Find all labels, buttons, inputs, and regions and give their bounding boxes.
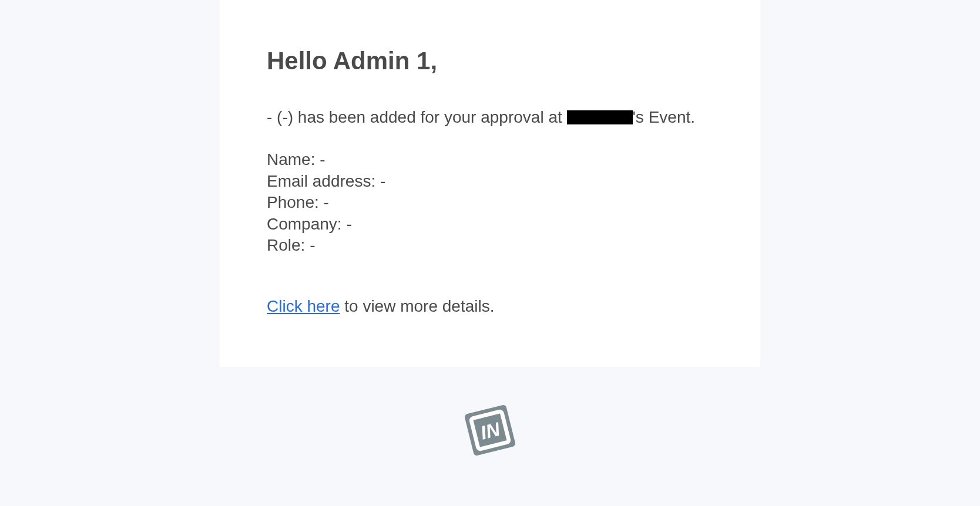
field-company: Company: - (267, 214, 713, 235)
phone-value: - (324, 193, 329, 211)
company-label: Company: (267, 215, 346, 233)
cta-line: Click here to view more details. (267, 297, 713, 316)
details-fields: Name: - Email address: - Phone: - Compan… (267, 149, 713, 256)
name-value: - (320, 150, 325, 168)
view-details-link[interactable]: Click here (267, 297, 340, 315)
greeting-heading: Hello Admin 1, (267, 47, 713, 75)
role-value: - (310, 236, 315, 254)
field-phone: Phone: - (267, 192, 713, 213)
approval-notice: - (-) has been added for your approval a… (267, 107, 713, 128)
approval-suffix: 's Event. (633, 108, 696, 126)
phone-label: Phone: (267, 193, 324, 211)
email-card: Hello Admin 1, - (-) has been added for … (220, 0, 760, 367)
email-label: Email address: (267, 172, 380, 190)
redacted-name (567, 110, 633, 124)
approval-prefix: - (-) has been added for your approval a… (267, 108, 567, 126)
field-email: Email address: - (267, 171, 713, 192)
role-label: Role: (267, 236, 310, 254)
email-value: - (380, 172, 385, 190)
brand-logo-icon: IN (462, 402, 518, 458)
field-role: Role: - (267, 235, 713, 256)
field-name: Name: - (267, 149, 713, 170)
name-label: Name: (267, 150, 320, 168)
company-value: - (346, 215, 351, 233)
footer-logo-area: IN (0, 402, 980, 458)
cta-suffix: to view more details. (340, 297, 494, 315)
